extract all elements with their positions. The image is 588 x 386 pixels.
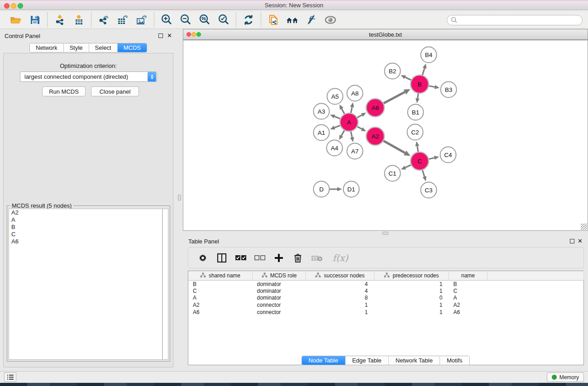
column-header-MCDS-role[interactable]: MCDS role: [253, 271, 306, 281]
close-window-icon[interactable]: [4, 3, 10, 9]
export-network-button[interactable]: [96, 13, 112, 27]
edge-arrowhead-icon: [435, 85, 440, 89]
select-all-icon: [235, 254, 247, 262]
task-history-button[interactable]: [4, 372, 16, 382]
open-session-button[interactable]: [8, 13, 24, 27]
node-label: C1: [388, 170, 396, 177]
apply-layout-button[interactable]: [240, 13, 257, 27]
tab-network[interactable]: Network: [30, 43, 64, 52]
vertical-splitter-handle[interactable]: [178, 195, 181, 200]
node-label: A4: [331, 145, 339, 152]
tab-style[interactable]: Style: [64, 43, 89, 52]
close-table-panel-icon[interactable]: ✕: [578, 238, 583, 244]
column-layout-button[interactable]: [215, 251, 228, 265]
save-session-button[interactable]: [27, 13, 43, 27]
node-label: B4: [425, 52, 433, 58]
column-header-predecessor-nodes[interactable]: predecessor nodes: [374, 271, 449, 281]
table-panel: Table Panel ✕: [183, 235, 588, 371]
table-tabs: Node TableEdge TableNetwork TableMotifs: [301, 356, 469, 365]
function-builder-button[interactable]: f(x): [330, 251, 351, 265]
zoom-out-button[interactable]: [177, 13, 194, 27]
import-network-button[interactable]: [52, 13, 68, 27]
close-panel-icon[interactable]: ✕: [167, 32, 172, 39]
table-row[interactable]: Adominator80A: [188, 295, 584, 302]
gear-button[interactable]: [196, 251, 209, 265]
graphics-details-button[interactable]: [322, 13, 339, 27]
horizontal-splitter-handle[interactable]: [382, 232, 388, 235]
node-label: C: [417, 158, 422, 165]
export-table-button[interactable]: [115, 13, 131, 27]
column-header-successor-nodes[interactable]: successor nodes: [306, 271, 374, 281]
network-minimize-icon[interactable]: [191, 32, 196, 37]
criterion-value: largest connected component (directed): [20, 73, 148, 80]
tab-select[interactable]: Select: [89, 43, 118, 52]
network-view-window: testGlobe.txt B4B2BB3A8A5A6A3B1AA1C2A2A4…: [183, 29, 588, 231]
mcds-result-item[interactable]: A2: [9, 209, 162, 216]
column-header-name[interactable]: name: [449, 271, 488, 281]
network-zoom-icon[interactable]: [196, 32, 201, 37]
edge-arrowhead-icon: [350, 137, 354, 142]
zoom-in-button[interactable]: [158, 13, 175, 27]
node-label: A6: [372, 105, 379, 111]
zoom-window-icon[interactable]: [18, 3, 23, 9]
mcds-result-item[interactable]: A6: [9, 238, 162, 245]
run-mcds-button[interactable]: Run MCDS: [42, 86, 86, 96]
status-bar: Memory: [0, 371, 588, 383]
table-toolbar: f(x): [188, 247, 584, 268]
float-panel-icon[interactable]: [158, 33, 163, 38]
open-session-icon: [10, 14, 22, 26]
zoom-out-icon: [179, 14, 192, 26]
annotations-button[interactable]: f: [303, 13, 320, 27]
zoom-selected-button[interactable]: [215, 13, 232, 27]
node-label: A: [347, 119, 351, 126]
column-header-shared-name[interactable]: shared name: [188, 271, 253, 281]
float-table-panel-icon[interactable]: [570, 239, 574, 243]
mcds-result-item[interactable]: C: [9, 231, 162, 238]
table-row[interactable]: A6connector11A6: [188, 309, 584, 316]
network-window-titlebar[interactable]: testGlobe.txt: [183, 29, 588, 40]
export-image-button[interactable]: [134, 13, 150, 27]
tab-mcds[interactable]: MCDS: [118, 43, 147, 52]
edge-arrowhead-icon: [416, 98, 420, 103]
select-all-button[interactable]: [234, 251, 247, 265]
tab-edge-table[interactable]: Edge Table: [345, 356, 389, 365]
table-row[interactable]: A2connector11A2: [188, 301, 584, 309]
control-panel-header: Control Panel ✕: [0, 32, 177, 41]
search-input[interactable]: [447, 15, 583, 25]
gear-icon: [198, 253, 208, 263]
zoom-in-icon: [160, 14, 173, 26]
zoom-fit-button[interactable]: [196, 13, 213, 27]
delete-button[interactable]: [292, 251, 304, 265]
close-panel-button[interactable]: Close panel: [91, 86, 139, 96]
table-row[interactable]: Cdominator41C: [188, 287, 584, 295]
table-row[interactable]: Bdominator41B: [188, 281, 584, 288]
mcds-result-item[interactable]: A: [9, 216, 162, 224]
node-table[interactable]: shared nameMCDS rolesuccessor nodesprede…: [188, 271, 584, 365]
edge-arrowhead-icon: [422, 176, 426, 181]
network-graph: B4B2BB3A8A5A6A3B1AA1C2A2A4A7C4CC1C3DD1: [183, 40, 588, 231]
home-button[interactable]: [284, 13, 301, 27]
tab-node-table[interactable]: Node Table: [301, 356, 345, 365]
criterion-select[interactable]: largest connected component (directed): [20, 71, 157, 82]
network-close-icon[interactable]: [186, 32, 191, 37]
deselect-all-button[interactable]: [253, 251, 266, 265]
save-session-icon: [29, 14, 41, 26]
node-label: B1: [412, 109, 420, 116]
zoom-fit-icon: [198, 14, 211, 26]
import-table-button[interactable]: [71, 13, 87, 27]
edge-arrowhead-icon: [330, 114, 335, 118]
edge-arrowhead-icon: [330, 126, 335, 129]
memory-button[interactable]: Memory: [547, 372, 584, 382]
mcds-result-list[interactable]: A2ABCA6: [9, 209, 163, 360]
copy-network-button[interactable]: [265, 13, 282, 27]
mcds-result-scrollbar[interactable]: [163, 209, 168, 360]
mcds-result-item[interactable]: B: [9, 224, 162, 231]
network-canvas[interactable]: B4B2BB3A8A5A6A3B1AA1C2A2A4A7C4CC1C3DD1: [183, 40, 588, 230]
delete-table-button[interactable]: [311, 251, 323, 265]
minimize-window-icon[interactable]: [11, 3, 16, 9]
add-column-button[interactable]: [272, 251, 285, 265]
tab-network-table[interactable]: Network Table: [389, 356, 440, 365]
edge-arrowhead-icon: [434, 156, 439, 160]
resize-grip-icon[interactable]: [581, 224, 587, 230]
tab-motifs[interactable]: Motifs: [440, 356, 469, 365]
